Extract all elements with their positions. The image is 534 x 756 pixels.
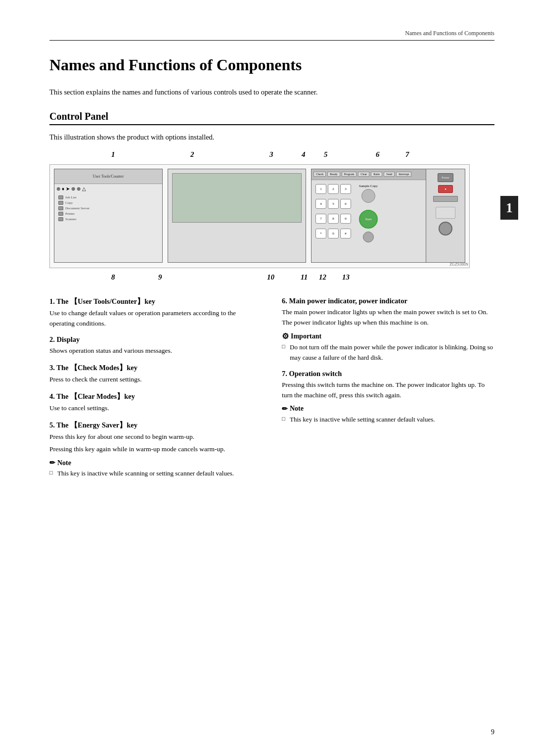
- item6-body: The main power indicator lights up when …: [282, 307, 494, 328]
- important-label: Important: [291, 332, 321, 340]
- btn-copy: [58, 201, 63, 205]
- pencil-icon-right: ✏: [282, 405, 288, 413]
- key-4: 4: [315, 199, 326, 209]
- diag-left-buttons: Job List Copy Document Server Printer Sc…: [54, 193, 162, 223]
- note-left-title: ✏ Note: [49, 459, 262, 467]
- btn-row-scanner: Scanner: [58, 217, 158, 221]
- page-header: Names and Functions of Components: [49, 30, 494, 41]
- btn-copy-label: Copy: [65, 201, 73, 205]
- diag-operation-switch: [439, 222, 452, 236]
- diag-tab-interrupt: Interrupt: [396, 172, 411, 177]
- key-9: 9: [340, 214, 351, 224]
- sidebar-num-box: 1: [500, 196, 518, 220]
- btn-scanner: [58, 217, 63, 221]
- diag-left-top: User Tools/Counter: [54, 169, 162, 184]
- item4-body: Use to cancel settings.: [49, 403, 262, 414]
- item1-title: 1. The 【User Tools/Counter】key: [49, 297, 262, 306]
- note-left-label: Note: [57, 459, 71, 467]
- section-title: Control Panel: [49, 111, 494, 125]
- important-item: Do not turn off the main power while the…: [282, 342, 494, 362]
- btn-job-list-label: Job List: [65, 195, 76, 199]
- chapter-title: Names and Functions of Components: [49, 55, 494, 74]
- diag-power-panel: Power ●: [426, 169, 465, 263]
- btn-scanner-label: Scanner: [65, 217, 77, 221]
- sample-copy-btn: [361, 189, 375, 203]
- sidebar-chapter-number: 1: [499, 158, 519, 257]
- diagram-number-labels-bottom: 8 9 10 11 12 13: [49, 273, 470, 287]
- diag-tab-send: Send: [384, 172, 395, 177]
- key-1: 1: [315, 184, 326, 194]
- diag-right-controls: Sample Copy Start: [359, 184, 378, 242]
- page-number: 9: [491, 728, 494, 736]
- btn-row-copy: Copy: [58, 201, 158, 205]
- note-left-item: This key is inactive while scanning or s…: [49, 469, 262, 478]
- page: Names and Functions of Components Names …: [0, 0, 534, 756]
- diag-tab-ready: Ready: [327, 172, 340, 177]
- item5-body2: Pressing this key again while in warm-up…: [49, 444, 262, 455]
- num-label-9: 9: [158, 273, 162, 282]
- key-7: 7: [315, 214, 326, 224]
- header-text: Names and Functions of Components: [405, 30, 494, 37]
- note-right-title: ✏ Note: [282, 405, 494, 413]
- pencil-icon: ✏: [49, 459, 55, 467]
- item2-title: 2. Display: [49, 335, 262, 344]
- intro-text: This section explains the names and func…: [49, 87, 356, 98]
- diag-icons-row: ⊕ ♦ ➤ ⊕ ⊕ △: [54, 184, 162, 193]
- btn-doc-server-label: Document Server: [65, 206, 89, 210]
- btn-doc-server: [58, 206, 63, 210]
- sample-copy-label: Sample Copy: [359, 184, 378, 188]
- key-6: 6: [340, 199, 351, 209]
- diag-tab-ratio: Ratio: [371, 172, 382, 177]
- descriptions: 1. The 【User Tools/Counter】key Use to ch…: [49, 297, 494, 483]
- diagram-number-labels-top: 1 2 3 4 5 6 7: [49, 150, 470, 164]
- item4-title: 4. The 【Clear Modes】key: [49, 392, 262, 401]
- item7-title: 7. Operation switch: [282, 370, 494, 378]
- key-5: 5: [328, 199, 339, 209]
- item1-body: Use to change default values or operatio…: [49, 308, 262, 329]
- diag-tab-clear: Clear: [358, 172, 369, 177]
- num-label-8: 8: [111, 273, 115, 282]
- diag-slot: [433, 196, 458, 202]
- key-hash: #: [340, 229, 351, 238]
- note-right: ✏ Note This key is inactive while settin…: [282, 405, 494, 425]
- diag-left-panel: User Tools/Counter ⊕ ♦ ➤ ⊕ ⊕ △ Job List …: [54, 169, 163, 263]
- num-label-2: 2: [190, 150, 194, 159]
- btn-row-job-list: Job List: [58, 195, 158, 199]
- figure-id-label: ZGZS300N: [449, 262, 468, 267]
- diag-tab-program: Program: [342, 172, 357, 177]
- item5-body1: Press this key for about one second to b…: [49, 432, 262, 442]
- btn-row-printer: Printer: [58, 212, 158, 216]
- diag-power-indicator: Power: [438, 173, 453, 182]
- item6-title: 6. Main power indicator, power indicator: [282, 297, 494, 305]
- right-column: 6. Main power indicator, power indicator…: [282, 297, 494, 483]
- note-right-label: Note: [290, 405, 304, 413]
- btn-job-list: [58, 195, 63, 199]
- note-right-item: This key is inactive while setting scann…: [282, 415, 494, 425]
- key-0: 0: [328, 229, 339, 238]
- num-label-5: 5: [324, 150, 328, 159]
- item3-body: Press to check the current settings.: [49, 375, 262, 385]
- num-label-11: 11: [301, 273, 308, 282]
- item5-title: 5. The 【Energy Saver】key: [49, 421, 262, 430]
- btn-printer: [58, 212, 63, 216]
- diag-display-panel: [168, 169, 306, 263]
- num-label-12: 12: [319, 273, 326, 282]
- num-label-3: 3: [269, 150, 273, 159]
- num-label-4: 4: [302, 150, 306, 159]
- key-star: *: [315, 229, 326, 238]
- num-label-13: 13: [342, 273, 350, 282]
- left-column: 1. The 【User Tools/Counter】key Use to ch…: [49, 297, 262, 483]
- item3-title: 3. The 【Check Modes】key: [49, 363, 262, 373]
- important-icon: ⚙: [282, 331, 289, 341]
- key-2: 2: [328, 184, 339, 194]
- num-label-7: 7: [405, 150, 409, 159]
- key-3: 3: [340, 184, 351, 194]
- diag-keypad: 1 2 3 4 5 6 7 8 9 * 0 #: [315, 184, 351, 242]
- btn-printer-label: Printer: [65, 212, 75, 216]
- note-left: ✏ Note This key is inactive while scanni…: [49, 459, 262, 478]
- control-panel-diagram: User Tools/Counter ⊕ ♦ ➤ ⊕ ⊕ △ Job List …: [49, 164, 470, 268]
- start-btn: Start: [359, 210, 378, 229]
- num-label-10: 10: [267, 273, 274, 282]
- important-box: ⚙ Important Do not turn off the main pow…: [282, 331, 494, 362]
- diag-screen: [172, 173, 302, 223]
